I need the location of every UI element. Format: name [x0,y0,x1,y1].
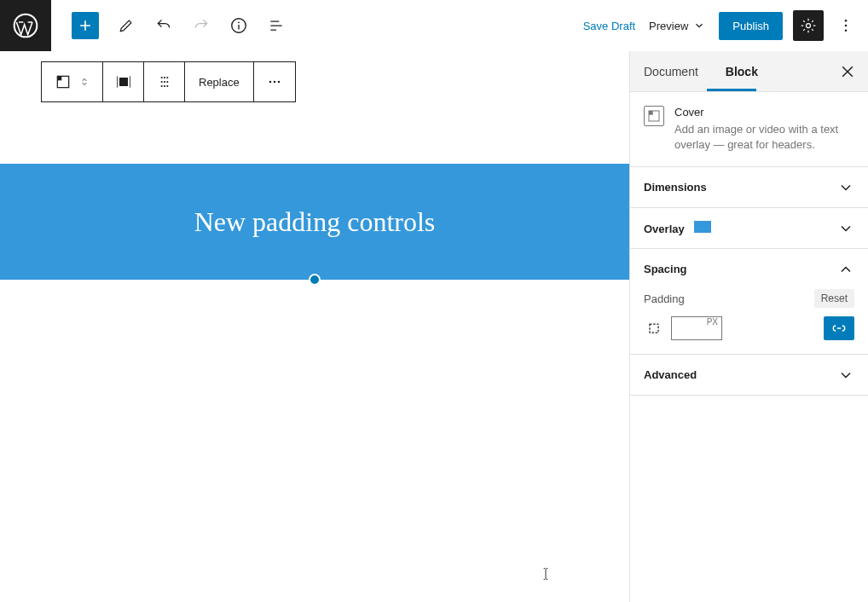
link-icon [831,321,847,336]
tab-document[interactable]: Document [630,51,712,92]
panel-overlay: Overlay [630,208,868,249]
move-icon [156,73,173,90]
svg-point-3 [807,24,811,28]
preview-button[interactable]: Preview [649,20,705,32]
svg-point-5 [845,25,848,27]
svg-point-4 [845,20,848,22]
panel-spacing: Spacing Padding Reset PX [630,249,868,355]
panel-title: Spacing [644,263,687,275]
svg-point-6 [845,30,848,32]
sidebar-tabs: Document Block [630,51,868,92]
undo-button[interactable] [153,15,174,36]
svg-point-17 [163,85,165,87]
editor-top-bar: Save Draft Preview Publish [0,0,868,51]
cover-icon [55,73,72,90]
block-info: Cover Add an image or video with a text … [630,92,868,167]
svg-rect-24 [650,324,658,333]
more-horizontal-icon [266,73,283,90]
outline-button[interactable] [266,15,286,36]
block-name: Cover [674,106,854,119]
panel-advanced-header[interactable]: Advanced [630,355,868,395]
svg-point-18 [166,85,168,87]
plus-icon [77,17,94,34]
chevron-down-icon [837,179,854,196]
add-block-button[interactable] [72,12,99,39]
svg-point-10 [160,77,162,78]
settings-sidebar: Document Block Cover Add an image or vid… [629,51,868,602]
box-sides-button[interactable] [644,318,664,339]
reset-button[interactable]: Reset [814,289,854,308]
align-full-icon [115,73,132,90]
cover-title[interactable]: New padding controls [194,206,436,238]
replace-button[interactable]: Replace [185,62,254,101]
padding-input[interactable]: PX [671,316,722,340]
publish-button[interactable]: Publish [719,12,783,40]
panel-title: Dimensions [644,181,707,194]
svg-point-12 [166,77,168,78]
info-icon [229,16,248,35]
tab-block[interactable]: Block [712,51,772,92]
chevron-down-icon [693,20,705,32]
redo-icon [193,17,210,34]
chevron-down-icon [837,220,854,237]
svg-point-16 [160,85,162,87]
editor-canvas[interactable]: Replace New padding controls [0,51,629,602]
tab-underline [707,89,756,91]
svg-point-15 [166,81,168,83]
link-sides-button[interactable] [824,316,854,340]
text-cursor-icon [542,567,549,581]
svg-rect-9 [119,78,128,86]
undo-icon [155,17,172,34]
svg-point-11 [163,77,165,78]
svg-rect-8 [57,76,61,80]
wordpress-logo[interactable] [0,0,51,51]
settings-button[interactable] [793,10,824,41]
svg-point-20 [273,81,275,84]
preview-label: Preview [649,20,688,32]
save-draft-button[interactable]: Save Draft [583,20,635,32]
panel-title: Overlay [644,223,685,235]
chevron-up-icon [837,261,854,278]
chevrons-icon [78,73,90,90]
svg-point-19 [269,81,271,84]
block-type-select[interactable] [42,62,103,101]
close-icon [839,63,856,80]
padding-label: Padding [644,292,685,305]
overlay-color-swatch [694,221,711,233]
cover-icon [647,109,661,123]
panel-dimensions-header[interactable]: Dimensions [630,167,868,207]
chevron-down-icon [837,367,854,384]
box-icon [645,320,663,337]
svg-point-2 [238,21,240,23]
svg-rect-23 [649,111,653,115]
close-sidebar-button[interactable] [834,58,861,85]
resize-handle[interactable] [309,274,321,286]
svg-point-21 [277,81,280,84]
panel-overlay-header[interactable]: Overlay [630,208,868,248]
block-description: Add an image or video with a text overla… [674,122,854,153]
list-icon [268,17,285,34]
panel-title: Advanced [644,368,697,381]
edit-mode-button[interactable] [116,15,136,36]
svg-point-14 [163,81,165,83]
panel-spacing-header[interactable]: Spacing [630,249,868,289]
panel-dimensions: Dimensions [630,167,868,208]
align-button[interactable] [103,62,144,101]
info-button[interactable] [229,15,249,36]
svg-point-13 [160,81,162,83]
more-menu-button[interactable] [830,10,861,41]
wordpress-icon [12,12,39,39]
redo-button[interactable] [191,15,211,36]
block-toolbar: Replace [41,61,296,102]
gear-icon [800,17,817,34]
panel-advanced: Advanced [630,355,868,396]
block-more-button[interactable] [254,62,295,101]
more-vertical-icon [837,17,854,34]
move-button[interactable] [144,62,185,101]
cover-block[interactable]: New padding controls [0,164,629,280]
pencil-icon [118,17,135,34]
cover-block-icon [644,106,664,126]
